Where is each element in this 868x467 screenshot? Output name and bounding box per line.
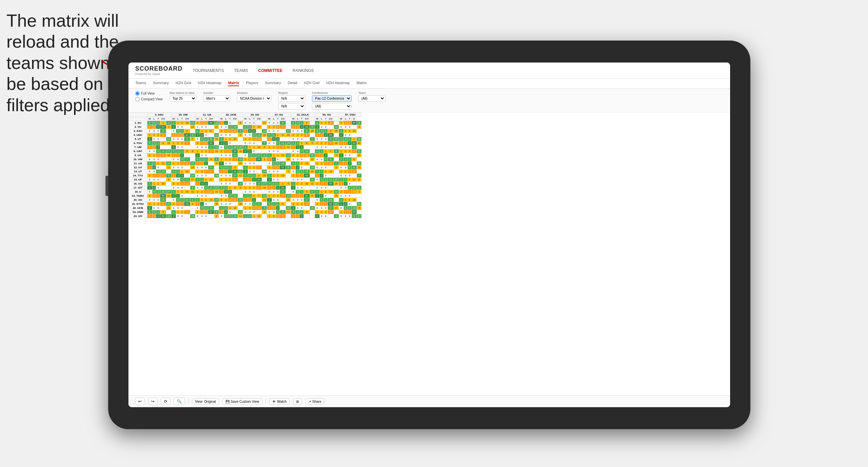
subnav-h2hgrid[interactable]: H2H Grid	[175, 81, 191, 86]
matrix-cell: 0	[276, 190, 280, 194]
subnav-summary2[interactable]: Summary	[265, 81, 281, 86]
matrix-cell: 0	[304, 190, 310, 194]
region-select[interactable]: N/A	[278, 95, 305, 102]
matrix-cell: 0	[296, 121, 300, 125]
matrix-cell-extra: 8	[357, 178, 362, 182]
share-button[interactable]: ↗ Share	[305, 398, 324, 405]
matrix-cell-extra: 22	[334, 125, 339, 129]
undo-button[interactable]: ↩	[135, 398, 145, 405]
matrix-cell: 56	[304, 174, 310, 178]
matrix-cell: 2	[195, 190, 200, 194]
matrix-cell-extra: 22	[262, 121, 267, 125]
matrix-cell: 2	[272, 214, 276, 218]
conference-select-2[interactable]: (All)	[312, 103, 352, 109]
subnav-h2hheatmap[interactable]: H2H Heatmap	[198, 81, 221, 86]
matrix-cell: 0	[291, 210, 296, 214]
col-header-ua: 11. UA	[195, 113, 219, 117]
matrix-cell: 55	[208, 121, 214, 125]
matrix-cell-extra: 21	[166, 206, 171, 210]
matrix-cell-extra: 16	[286, 206, 291, 210]
matrix-cell: 61	[304, 194, 310, 198]
matrix-cell: 0	[320, 125, 324, 129]
nav-teams[interactable]: TEAMS	[234, 67, 248, 74]
full-view-input[interactable]	[135, 91, 140, 96]
matrix-cell	[232, 162, 238, 166]
subnav-matrix2[interactable]: Matrix	[357, 81, 367, 86]
matrix-cell: 0	[252, 202, 256, 206]
subnav-teams[interactable]: Teams	[135, 81, 146, 86]
matrix-cell: 1	[176, 149, 180, 153]
subnav-h2hgrid2[interactable]: H2H Grid	[304, 81, 319, 86]
refresh-button[interactable]: ⟳	[161, 398, 170, 405]
matrix-cell: 2	[176, 194, 180, 198]
matrix-cell: 1	[228, 206, 232, 210]
matrix-cell-extra: 11	[166, 166, 171, 170]
col-header-uo: 24. UO	[243, 113, 267, 117]
compact-view-radio[interactable]: Compact View	[135, 97, 163, 101]
matrix-cell-extra: 27	[166, 190, 171, 194]
matrix-cell-extra: 23	[334, 129, 339, 133]
team-select[interactable]: (All)	[358, 95, 385, 102]
watch-button[interactable]: 👁 Watch	[269, 398, 290, 405]
sh-ucla-t: T	[300, 117, 304, 121]
subnav-summary[interactable]: Summary	[153, 81, 169, 86]
conference-select[interactable]: Pac-12 Conference	[312, 95, 352, 102]
matrix-cell: 0	[315, 137, 320, 141]
gender-select[interactable]: Men's	[203, 95, 230, 102]
matrix-cell: 2	[320, 174, 324, 178]
save-custom-button[interactable]: 💾 Save Custom View	[222, 398, 262, 405]
region-select-2[interactable]: N/A	[278, 103, 305, 109]
matrix-cell: 1	[300, 153, 304, 157]
sh-ucb-dif: Dif	[232, 117, 238, 121]
layout-button[interactable]: ⊞	[293, 398, 302, 405]
matrix-cell-extra	[214, 153, 219, 157]
subnav-detail[interactable]: Detail	[288, 81, 297, 86]
full-view-radio[interactable]: Full View	[135, 91, 163, 96]
team-name-cell: 5. UT	[129, 137, 147, 141]
subnav-h2hheatmap2[interactable]: H2H Heatmap	[326, 81, 350, 86]
matrix-cell: 0	[156, 186, 160, 190]
matrix-cell: 15	[232, 214, 238, 218]
subnav-matrix[interactable]: Matrix	[228, 81, 239, 86]
matrix-cell: 0	[228, 210, 232, 214]
matrix-cell-extra	[357, 198, 362, 202]
subnav-players[interactable]: Players	[246, 81, 258, 86]
conference-filter: Conference Pac-12 Conference (All)	[312, 91, 352, 109]
matrix-cell: 2	[339, 121, 344, 125]
matrix-cell: 0	[204, 186, 208, 190]
matrix-cell: 1	[252, 153, 256, 157]
matrix-cell: 1	[195, 182, 200, 186]
matrix-cell: 0	[252, 210, 256, 214]
matrix-cell: 0	[195, 194, 200, 198]
matrix-cell: 5	[304, 210, 310, 214]
matrix-cell-extra	[334, 186, 339, 190]
matrix-cell: 61	[184, 133, 190, 137]
matrix-cell: 2	[252, 166, 256, 170]
redo-button[interactable]: ↪	[148, 398, 158, 405]
nav-committee[interactable]: COMMITTEE	[258, 67, 283, 74]
matrix-cell: 1	[252, 194, 256, 198]
division-select[interactable]: NCAA Division I	[237, 95, 271, 102]
matrix-cell: 58	[256, 157, 262, 162]
nav-tournaments[interactable]: TOURNAMENTS	[193, 67, 224, 74]
matrix-cell-extra	[166, 145, 171, 149]
matrix-cell: 1	[152, 194, 156, 198]
matrix-cell: 0	[243, 190, 248, 194]
matrix-cell: 1	[300, 141, 304, 145]
sh-osu-l: L	[344, 117, 348, 121]
matrix-cell: 0	[296, 137, 300, 141]
matrix-cell: 2	[171, 125, 176, 129]
matrix-cell	[256, 190, 262, 194]
matrix-cell: 0	[248, 121, 252, 125]
compact-view-input[interactable]	[135, 97, 140, 101]
nav-rankings[interactable]: RANKINGS	[293, 67, 314, 74]
matrix-cell: 0	[156, 178, 160, 182]
matrix-cell: 1	[156, 182, 160, 186]
search-button[interactable]: 🔍	[174, 398, 185, 405]
matrix-cell: 0	[243, 162, 248, 166]
matrix-cell: 0	[276, 162, 280, 166]
matrix-cell-extra	[190, 210, 195, 214]
matrix-cell-extra: 0	[286, 182, 291, 186]
max-teams-select[interactable]: Top 25	[169, 95, 196, 102]
view-original-button[interactable]: View: Original	[192, 398, 219, 405]
